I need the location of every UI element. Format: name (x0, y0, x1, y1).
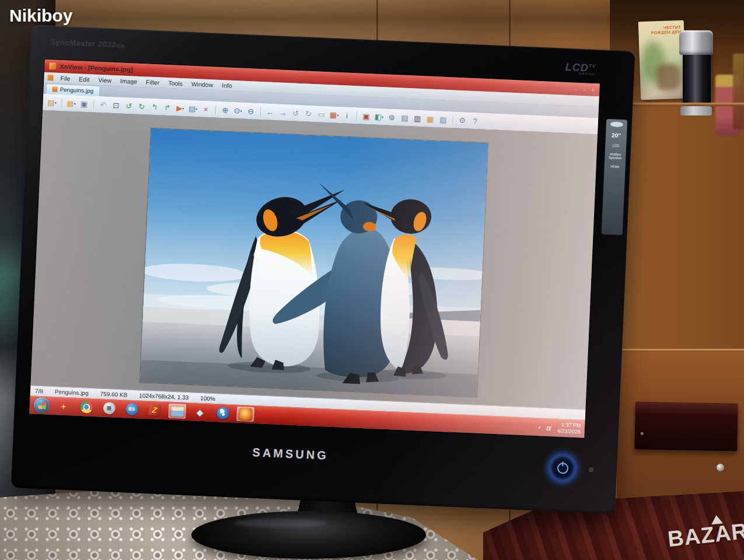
minimize-button[interactable]: – (574, 86, 578, 92)
monitor-bezel: SyncMaster 2032MW LCDTV monitor 20″ LCD … (11, 25, 635, 514)
dropdown-caret-icon: ▾ (337, 113, 338, 117)
View[interactable]: View (94, 76, 116, 85)
xnview-window-button[interactable] (236, 407, 254, 422)
open-icon[interactable]: ▦ ▾ (65, 97, 77, 109)
dropdown-caret-icon: ▾ (74, 102, 76, 106)
reload-icon[interactable]: ↻ (303, 107, 315, 120)
feature-sticker: 20″ LCD Hidden Speaker HDMI (602, 119, 628, 235)
bs-app-icon[interactable]: BS (123, 401, 141, 416)
status-filesize: 759.60 KB (100, 390, 127, 398)
refresh-icon[interactable]: ↺ (290, 107, 302, 119)
fullscreen-icon[interactable]: ▣ (361, 110, 372, 123)
find-icon[interactable]: ⊚ (386, 111, 398, 123)
crystal-app-icon[interactable]: ◆ (191, 404, 209, 419)
card-artwork (656, 64, 682, 91)
adjust-icon[interactable]: ◧ ▾ (373, 110, 385, 123)
chrome-icon[interactable] (77, 400, 95, 415)
document-icon (47, 75, 53, 80)
clock-date: 4/23/2026 (557, 428, 581, 435)
toolbar-separator (354, 110, 359, 121)
start-button[interactable] (33, 397, 50, 414)
status-zoom: 100% (200, 395, 215, 402)
perfume-bottle (733, 54, 744, 130)
toolbar-separator (91, 98, 96, 110)
folder-icon[interactable]: ▦ (425, 113, 436, 125)
zoom-icon[interactable]: ⊙ ▾ (232, 104, 244, 117)
print-icon[interactable]: ▤ (399, 111, 411, 124)
forward-icon[interactable]: → (277, 106, 289, 118)
copy-icon[interactable]: ▭ (316, 108, 327, 120)
dropdown-caret-icon: ▾ (182, 106, 184, 110)
taskbar-clock[interactable]: 1:37 PM 4/23/2026 (557, 421, 581, 435)
bag-handle-icon (711, 514, 723, 524)
screen: XnView - [Penguins.jpg] – ▫ × File Edit … (29, 60, 600, 438)
samsung-logo: SAMSUNG (13, 435, 568, 473)
browse-icon[interactable]: ▤ ▾ (46, 96, 58, 108)
display-mode-icon[interactable]: ▤ ▾ (187, 103, 199, 115)
Image[interactable]: Image (116, 76, 142, 86)
system-tray: ▴ α 1:37 PM 4/23/2026 (538, 421, 581, 435)
monitor-model-label: SyncMaster 2032MW (50, 37, 125, 50)
Filter[interactable]: Filter (142, 78, 164, 87)
lcd-tv-logo: LCDTV monitor (565, 61, 596, 76)
Edit[interactable]: Edit (75, 75, 94, 83)
utility-app-icon[interactable]: + (54, 398, 72, 414)
ir-sensor (589, 467, 593, 472)
dropdown-caret-icon: ▾ (55, 100, 57, 104)
crop-icon[interactable]: ⊡ (110, 99, 122, 111)
window-controls: – ▫ × (574, 86, 595, 93)
image-viewer-area (30, 110, 598, 410)
thermos-cap (679, 30, 713, 55)
Window[interactable]: Window (187, 79, 218, 89)
slideshow-icon[interactable]: ▶ ▾ (174, 102, 186, 114)
help-icon[interactable]: ? (469, 115, 481, 127)
card-text: ЧЕСТИТ РОЖДЕН ДЕН (651, 25, 681, 36)
maximize-button[interactable]: ▫ (584, 86, 586, 93)
status-dimensions: 1024x768x24, 1.33 (139, 392, 188, 401)
zoom-out-icon[interactable]: ⊖ (245, 105, 257, 117)
undo-icon[interactable]: ↶ (97, 99, 109, 111)
back-icon[interactable]: ← (264, 106, 276, 118)
slideshow-alt-icon[interactable]: ▦ ▾ (329, 108, 340, 121)
image-file-icon (52, 86, 57, 92)
penguins-photo (140, 128, 488, 397)
next-image-icon[interactable]: ↱ (162, 102, 173, 114)
dropdown-caret-icon: ▾ (382, 115, 383, 119)
status-index: 7/8 (35, 388, 43, 395)
toolbar-separator (59, 97, 64, 108)
power-icon (557, 462, 568, 474)
watermark-photographer: Nikiboy (9, 6, 72, 26)
media-player-icon[interactable]: ▦ (100, 401, 118, 416)
antivirus-tray-icon[interactable]: α (546, 422, 551, 432)
toolbar-separator (450, 114, 455, 125)
capture-icon[interactable]: ▨ (438, 113, 449, 125)
toolbar-separator (213, 103, 218, 115)
Tools[interactable]: Tools (164, 79, 187, 88)
File[interactable]: File (56, 74, 75, 83)
info-icon[interactable]: i (341, 109, 353, 121)
explorer-window-button[interactable] (168, 404, 186, 419)
save-icon[interactable]: ▣ (78, 97, 90, 110)
blue-lightning-app-icon[interactable]: ↯ (214, 405, 232, 421)
Info[interactable]: Info (218, 81, 236, 90)
toolbar-separator (258, 106, 263, 117)
monitor-stand-base (191, 511, 426, 559)
close-button[interactable]: × (591, 86, 595, 93)
rotate-right-icon[interactable]: ↻ (136, 100, 148, 113)
rotate-left-icon[interactable]: ↺ (123, 100, 135, 112)
settings-gear-icon[interactable]: ⚙ (456, 114, 468, 127)
lightning-app-icon[interactable]: Z (145, 402, 163, 418)
previous-image-icon[interactable]: ↰ (149, 101, 160, 113)
dropdown-caret-icon: ▾ (240, 108, 242, 113)
delete-icon[interactable]: × (200, 103, 212, 116)
zoom-in-icon[interactable]: ⊕ (219, 104, 231, 116)
dropdown-caret-icon: ▾ (195, 107, 197, 111)
monitor-icon[interactable]: ▥ (412, 112, 424, 124)
photo-of-monitor-scene: ЧЕСТИТ РОЖДЕН ДЕН SyncMaster 2032MW LCDT… (0, 0, 744, 560)
tv-receiver-box (634, 401, 738, 451)
xnview-app-icon (49, 62, 57, 70)
power-button (550, 455, 575, 481)
tray-expand-icon[interactable]: ▴ (538, 424, 540, 429)
thermos-base (680, 106, 712, 116)
window-title: XnView - [Penguins.jpg] (60, 63, 132, 73)
